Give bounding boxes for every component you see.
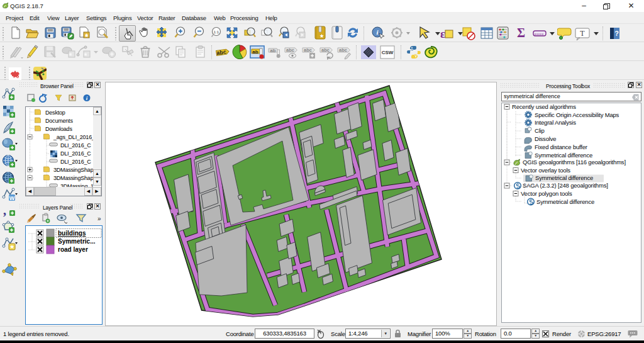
svg-text:buildings: buildings xyxy=(58,230,86,237)
svg-text:Symmetrical difference: Symmetrical difference xyxy=(535,152,592,159)
svg-text:DLI_2016_C: DLI_2016_C xyxy=(60,142,91,149)
svg-text:CSW: CSW xyxy=(382,50,394,55)
svg-text:abc: abc xyxy=(339,47,347,53)
svg-text:Symmetrical difference: Symmetrical difference xyxy=(535,174,593,181)
svg-text:QGIS geoalgorithms [116 geoalg: QGIS geoalgorithms [116 geoalgorithms] xyxy=(523,159,626,166)
svg-text:ab: ab xyxy=(252,49,258,55)
svg-text:3DMassingShape: 3DMassingShape xyxy=(53,175,96,181)
svg-text:road layer: road layer xyxy=(58,246,88,253)
svg-text:Specific Origin Accessibility: Specific Origin Accessibility Maps xyxy=(535,111,619,118)
svg-text:ε: ε xyxy=(440,27,445,40)
svg-text:ab: ab xyxy=(270,48,276,53)
svg-text:?: ? xyxy=(614,30,619,37)
svg-text:3DMassingShape: 3DMassingShape xyxy=(53,167,96,173)
svg-text:Downloads: Downloads xyxy=(45,126,72,132)
svg-text:,: , xyxy=(3,203,6,217)
svg-text:Vector overlay tools: Vector overlay tools xyxy=(521,167,570,174)
svg-text:»: » xyxy=(97,215,101,222)
svg-text:abc: abc xyxy=(321,47,330,53)
svg-text:Fixed distance buffer: Fixed distance buffer xyxy=(535,143,587,150)
svg-text:abc: abc xyxy=(286,47,294,53)
svg-text:Symmetrical difference: Symmetrical difference xyxy=(536,198,594,205)
svg-text:Documents: Documents xyxy=(45,118,73,124)
svg-text:T: T xyxy=(580,29,585,38)
svg-text:Desktop: Desktop xyxy=(45,110,65,116)
svg-text:SAGA (2.3.2) [248 geoalgorithm: SAGA (2.3.2) [248 geoalgorithms] xyxy=(523,182,608,189)
svg-text:Dissolve: Dissolve xyxy=(535,135,556,142)
svg-text:abc: abc xyxy=(216,48,227,56)
svg-text:_ags_DLI_2016_: _ags_DLI_2016_ xyxy=(53,134,96,140)
svg-text:Integral Analysis: Integral Analysis xyxy=(535,119,576,126)
svg-text:W: W xyxy=(9,195,15,201)
svg-text:DLI_2016_C: DLI_2016_C xyxy=(60,150,91,157)
svg-text:Vector polygon tools: Vector polygon tools xyxy=(521,190,572,197)
svg-text:1:1: 1:1 xyxy=(214,30,219,34)
svg-text:abc: abc xyxy=(304,47,312,53)
svg-text:Recently used algorithms: Recently used algorithms xyxy=(512,103,576,110)
svg-text:Symmetric...: Symmetric... xyxy=(58,238,96,245)
svg-text:Clip: Clip xyxy=(535,127,545,134)
svg-text:DLI_2016_C: DLI_2016_C xyxy=(60,159,91,165)
